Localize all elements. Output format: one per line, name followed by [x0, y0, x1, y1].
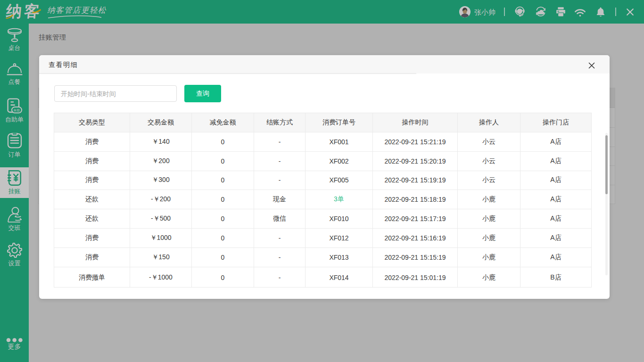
svg-text:自助: 自助 — [13, 108, 20, 112]
